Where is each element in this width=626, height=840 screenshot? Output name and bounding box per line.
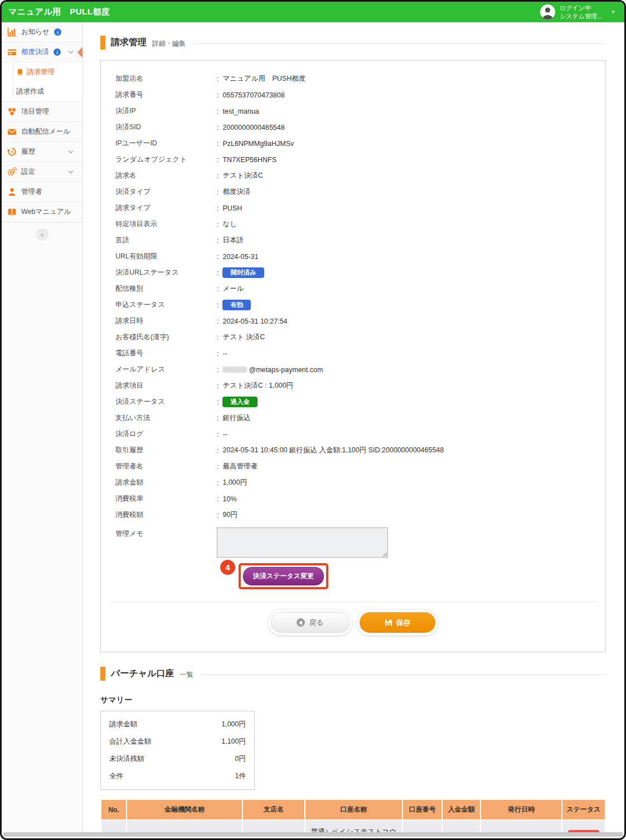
field-value-text: test_manua [222, 108, 259, 115]
field-value: :TN7XEP56HNFS [217, 156, 276, 164]
field-value-text: TN7XEP56HNFS [222, 156, 276, 164]
field-label: 決済ステータス [115, 397, 217, 407]
summary-value: 0円 [235, 754, 246, 764]
summary-value: 1件 [235, 771, 246, 781]
change-payment-status-button[interactable]: 決済ステータス変更 [243, 567, 324, 585]
sidebar-item-label: 設定 [21, 167, 35, 177]
field-label: 支払い方法 [115, 413, 217, 423]
field-value: :PzL6NPMMg9aHJMSv [217, 140, 294, 148]
step-marker: 4 [220, 560, 235, 575]
field-label: 決済IP [115, 106, 217, 116]
section-title: バーチャル口座 [111, 668, 174, 680]
detail-row: 決済ログ:-- [115, 426, 591, 442]
field-value-text: 2024-05-31 10:27:54 [222, 318, 287, 325]
detail-row: 申込ステータス:有効 [115, 297, 591, 313]
save-button[interactable]: 保存 [360, 612, 435, 633]
page-title: 請求管理 [111, 37, 147, 48]
field-label: URL有効期限 [115, 252, 217, 261]
field-label: 請求金額 [115, 478, 217, 487]
detail-row: 決済SID:2000000000465548 [115, 119, 591, 135]
column-header: 入金金額 [443, 800, 480, 819]
column-header: 支店名 [243, 800, 304, 819]
sidebar-item-news[interactable]: お知らせi [2, 22, 83, 42]
detail-row: 請求タイプ:PUSH [115, 200, 591, 216]
colon: : [217, 108, 219, 115]
colon: : [217, 188, 219, 196]
field-value: :2024-05-31 10:45:00 銀行振込 入金額:1,100円 SID… [217, 446, 444, 455]
colon: : [217, 447, 219, 455]
detail-row: 取引履歴:2024-05-31 10:45:00 銀行振込 入金額:1,100円… [115, 442, 591, 458]
field-value-text: テスト決済C : 1,000円 [222, 381, 293, 390]
sidebar-collapse-button[interactable]: « [36, 228, 48, 241]
sidebar-item-item-management[interactable]: 項目管理 [2, 102, 83, 122]
divider [193, 43, 606, 44]
summary-label: 全件 [109, 771, 123, 781]
sidebar-item-per-payment[interactable]: 都度決済i [2, 42, 83, 62]
field-value: :PUSH [217, 204, 242, 212]
sidebar-item-web-manual[interactable]: Webマニュアル [2, 202, 83, 222]
person-icon [7, 187, 17, 197]
field-value: :0557537070473808 [217, 91, 285, 99]
colon: : [217, 156, 219, 164]
column-header: 発行日時 [481, 800, 561, 819]
field-value: :最高管理者 [217, 462, 258, 471]
colon: : [217, 382, 219, 390]
sidebar-item-admin[interactable]: 管理者 [2, 182, 83, 202]
field-value: :日本語 [217, 236, 244, 245]
summary-value: 1,100円 [221, 737, 246, 746]
section-header-virtual-account: バーチャル口座 一覧 [100, 667, 606, 681]
sidebar-item-label: Webマニュアル [21, 207, 71, 217]
detail-row: 決済URLステータス:開封済み [115, 265, 591, 281]
sidebar-item-history[interactable]: 履歴 [2, 142, 83, 162]
chevron-down-icon [69, 169, 73, 173]
colon: : [217, 431, 219, 438]
detail-row: 請求日時:2024-05-31 10:27:54 [115, 313, 591, 329]
horizontal-scrollbar[interactable] [3, 832, 623, 837]
field-value: :テスト決済C : 1,000円 [217, 381, 293, 390]
summary-box: 請求金額1,000円合計入金金額1,100円未決済残額0円全件1件 [100, 711, 255, 790]
field-value: :@metaps-payment.com [217, 366, 323, 374]
sidebar-item-auto-mail[interactable]: 自動配信メール [2, 122, 83, 142]
sidebar-item-billing-create[interactable]: 請求作成 [2, 82, 83, 101]
submenu-per-payment: 請求管理請求作成 [2, 62, 83, 102]
sidebar-item-label: 自動配信メール [21, 127, 70, 136]
detail-row: 請求項目:テスト決済C : 1,000円 [115, 378, 591, 394]
colon: : [217, 124, 219, 131]
field-value: :test_manua [217, 108, 259, 115]
login-menu[interactable]: ログイン中 システム管理… ▼ [540, 4, 615, 20]
colon: : [217, 221, 219, 228]
detail-row: 消費税額:90円 [115, 507, 591, 523]
field-value: :10% [217, 495, 237, 503]
main-content: 請求管理 詳細・編集 加盟店名:マニュアル用 PUSH都度請求番号:055753… [83, 22, 624, 836]
detail-row: 請求名:テスト決済C [115, 168, 591, 184]
divider [201, 675, 606, 675]
field-value: :都度決済 [217, 187, 250, 197]
back-button-label: 戻る [309, 618, 323, 628]
field-label: ランダムオブジェクト [115, 155, 217, 164]
column-header: 口座番号 [403, 800, 441, 819]
detail-row: 決済タイプ:都度決済 [115, 184, 591, 200]
field-value-text: テスト決済C [222, 171, 263, 180]
summary-title: サマリー [100, 695, 606, 705]
active-marker-icon [77, 47, 83, 58]
back-button[interactable]: 戻る [271, 612, 350, 633]
memo-textarea[interactable] [217, 528, 388, 558]
sidebar-item-settings[interactable]: 設定 [2, 162, 83, 182]
app-title: マニュアル用 PULL都度 [8, 7, 110, 17]
summary-label: 合計入金金額 [109, 737, 151, 746]
highlight-outline: 決済ステータス変更 [239, 563, 328, 589]
detail-row: 言語:日本語 [115, 232, 591, 248]
sidebar-item-billing-management[interactable]: 請求管理 [2, 62, 83, 82]
page-subtitle: 詳細・編集 [152, 39, 186, 48]
mail-icon [7, 127, 17, 136]
sidebar-item-label: 管理者 [21, 187, 42, 197]
detail-row: URL有効期限:2024-05-31 [115, 248, 591, 265]
login-user: システム管理… [560, 12, 603, 20]
field-label: 決済タイプ [115, 187, 217, 197]
field-value-text: 2000000000465548 [222, 124, 284, 131]
chevron-down-icon [69, 149, 73, 153]
field-label: 請求項目 [115, 381, 217, 390]
sidebar-item-label: お知らせ [21, 27, 50, 37]
app-header: マニュアル用 PULL都度 ログイン中 システム管理… ▼ [2, 2, 624, 22]
colon: : [217, 301, 219, 309]
